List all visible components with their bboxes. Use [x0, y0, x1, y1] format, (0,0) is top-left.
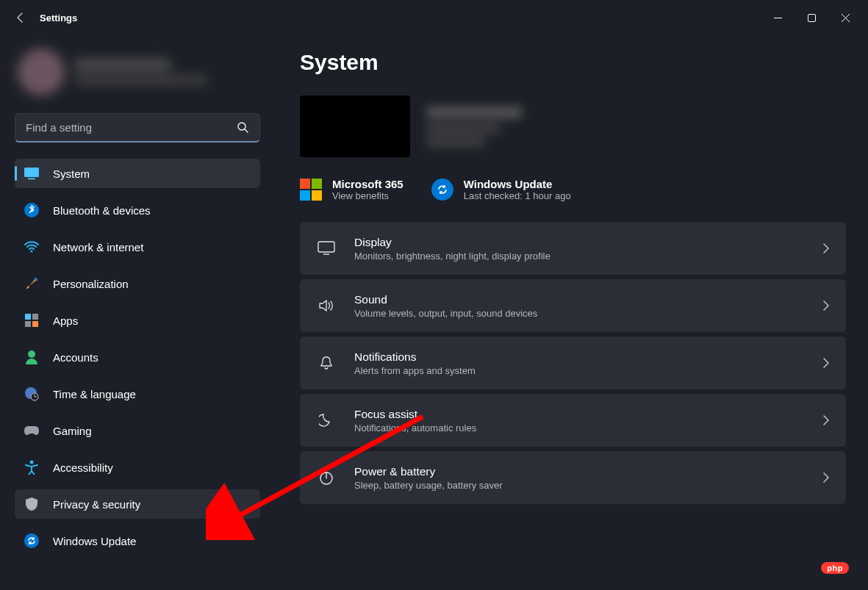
sound-icon [316, 298, 337, 313]
row-sub: Notifications, automatic rules [354, 422, 476, 433]
svg-rect-6 [25, 314, 31, 320]
microsoft-logo-icon [300, 179, 322, 201]
bell-icon [316, 355, 337, 371]
row-sub: Volume levels, output, input, sound devi… [354, 308, 537, 319]
avatar [18, 48, 65, 96]
power-icon [316, 470, 337, 486]
sidebar-item-label: Windows Update [53, 535, 136, 547]
page-title: System [300, 50, 846, 75]
sidebar-item-label: Gaming [53, 425, 92, 437]
chevron-right-icon [822, 242, 830, 254]
settings-row-sound[interactable]: Sound Volume levels, output, input, soun… [300, 279, 846, 332]
search-icon [237, 121, 248, 133]
settings-row-power[interactable]: Power & battery Sleep, battery usage, ba… [300, 451, 846, 504]
sidebar-item-windows-update[interactable]: Windows Update [15, 526, 260, 555]
row-title: Power & battery [354, 465, 503, 478]
sidebar-item-network[interactable]: Network & internet [15, 232, 260, 262]
system-icon [24, 165, 40, 181]
sidebar-item-label: Network & internet [53, 241, 143, 253]
svg-point-10 [28, 350, 35, 358]
minimize-button[interactable] [761, 6, 795, 29]
device-summary [300, 96, 846, 157]
row-sub: Sleep, battery usage, battery saver [354, 480, 503, 491]
promo-title: Windows Update [464, 178, 571, 190]
svg-point-5 [30, 250, 32, 252]
display-icon [316, 241, 337, 256]
svg-rect-7 [32, 314, 38, 320]
sidebar-item-bluetooth[interactable]: Bluetooth & devices [15, 195, 260, 225]
update-icon [24, 533, 40, 549]
person-icon [24, 349, 40, 365]
row-sub: Monitors, brightness, night light, displ… [354, 251, 550, 262]
sidebar-item-label: Time & language [53, 388, 136, 400]
user-profile[interactable] [18, 48, 257, 96]
svg-point-15 [24, 533, 39, 548]
window-title: Settings [40, 12, 77, 24]
sidebar-item-label: Accounts [53, 351, 98, 364]
svg-point-1 [238, 123, 245, 130]
chevron-right-icon [822, 414, 830, 426]
sidebar-item-system[interactable]: System [15, 159, 260, 188]
settings-row-display[interactable]: Display Monitors, brightness, night ligh… [300, 222, 846, 275]
sidebar-item-label: System [53, 168, 90, 180]
arrow-left-icon [15, 12, 26, 24]
svg-rect-9 [32, 321, 38, 327]
row-sub: Alerts from apps and system [354, 365, 476, 376]
promo-microsoft-365[interactable]: Microsoft 365 View benefits [300, 178, 403, 201]
chevron-right-icon [822, 300, 830, 312]
apps-icon [24, 312, 40, 328]
sidebar-item-privacy[interactable]: Privacy & security [15, 489, 260, 519]
close-button[interactable] [828, 6, 862, 29]
svg-rect-3 [28, 179, 35, 180]
promo-sub: View benefits [332, 190, 403, 201]
sidebar-item-label: Bluetooth & devices [53, 204, 151, 217]
gamepad-icon [24, 422, 40, 439]
promo-sub: Last checked: 1 hour ago [464, 190, 571, 201]
search-input[interactable] [15, 113, 260, 143]
svg-rect-0 [808, 14, 815, 21]
promo-windows-update[interactable]: Windows Update Last checked: 1 hour ago [431, 178, 571, 201]
sidebar-item-label: Personalization [53, 278, 129, 290]
sidebar-item-personalization[interactable]: Personalization [15, 269, 260, 298]
bluetooth-icon [24, 202, 40, 218]
globe-clock-icon [24, 386, 40, 402]
moon-icon [316, 413, 337, 428]
sidebar-item-label: Apps [53, 314, 78, 327]
chevron-right-icon [822, 357, 830, 369]
sidebar-nav: System Bluetooth & devices Network & int… [15, 159, 260, 555]
svg-rect-2 [24, 168, 39, 177]
shield-icon [24, 496, 40, 512]
maximize-button[interactable] [795, 6, 828, 29]
sidebar-item-apps[interactable]: Apps [15, 306, 260, 335]
settings-row-notifications[interactable]: Notifications Alerts from apps and syste… [300, 337, 846, 389]
paintbrush-icon [24, 276, 40, 292]
svg-rect-16 [318, 242, 334, 252]
settings-row-focus-assist[interactable]: Focus assist Notifications, automatic ru… [300, 394, 846, 447]
back-button[interactable] [6, 3, 35, 32]
sidebar-item-time[interactable]: Time & language [15, 379, 260, 409]
row-title: Focus assist [354, 408, 476, 421]
sidebar-item-accounts[interactable]: Accounts [15, 342, 260, 372]
sidebar-item-gaming[interactable]: Gaming [15, 416, 260, 445]
row-title: Notifications [354, 350, 476, 364]
device-thumbnail [300, 96, 410, 157]
accessibility-icon [24, 459, 40, 475]
row-title: Sound [354, 293, 537, 306]
chevron-right-icon [822, 472, 830, 483]
row-title: Display [354, 236, 550, 249]
windows-update-icon [431, 179, 453, 201]
sidebar-item-label: Accessibility [53, 461, 113, 474]
svg-rect-8 [25, 321, 31, 327]
promo-title: Microsoft 365 [332, 178, 403, 190]
watermark: php [821, 562, 849, 574]
sidebar-item-label: Privacy & security [53, 498, 140, 511]
wifi-icon [24, 239, 40, 255]
sidebar-item-accessibility[interactable]: Accessibility [15, 453, 260, 482]
svg-point-14 [30, 461, 34, 464]
